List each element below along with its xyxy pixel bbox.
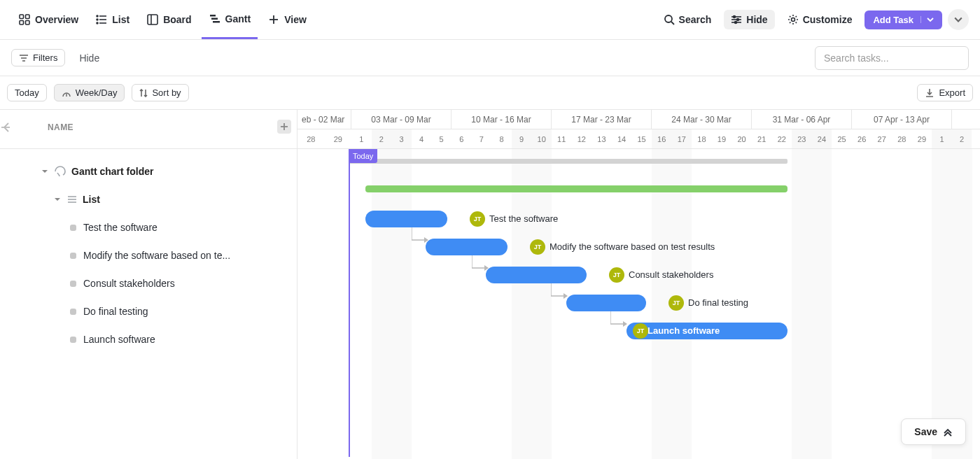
export-button[interactable]: Export bbox=[917, 84, 973, 101]
week-header-cell: 31 Mar - 06 Apr bbox=[752, 110, 852, 129]
day-header-cell: 1 bbox=[932, 129, 952, 148]
day-header-cell: 1 bbox=[351, 129, 372, 148]
day-header-cell: 28 bbox=[298, 129, 325, 148]
gantt-bar-label: Do final testing bbox=[688, 297, 748, 308]
search-icon bbox=[664, 14, 675, 25]
gantt-bar-label: Consult stakeholders bbox=[629, 269, 713, 280]
gantt-bar-label: Modify the software based on test result… bbox=[550, 241, 715, 252]
status-dot-icon bbox=[70, 309, 76, 315]
svg-rect-0 bbox=[20, 15, 24, 19]
day-header-cell: 3 bbox=[972, 129, 980, 148]
day-header-cell: 7 bbox=[472, 129, 492, 148]
gantt-timeline[interactable]: eb - 02 Mar03 Mar - 09 Mar10 Mar - 16 Ma… bbox=[298, 110, 980, 459]
assignee-avatar[interactable]: JT bbox=[609, 267, 624, 283]
today-marker: Today bbox=[349, 149, 377, 163]
hide-button[interactable]: Hide bbox=[724, 10, 774, 29]
caret-down-icon[interactable] bbox=[55, 196, 62, 203]
filters-label: Filters bbox=[33, 52, 57, 63]
customize-button[interactable]: Customize bbox=[780, 10, 860, 29]
gantt-bar[interactable] bbox=[365, 211, 447, 227]
day-header-cell: 2 bbox=[372, 129, 392, 148]
day-header-cell: 4 bbox=[412, 129, 432, 148]
add-task-button[interactable]: Add Task bbox=[864, 10, 942, 29]
day-header-cell: 11 bbox=[552, 129, 572, 148]
tab-list-label: List bbox=[112, 14, 130, 25]
task-row[interactable]: Do final testing bbox=[0, 297, 297, 325]
assignee-avatar[interactable]: JT bbox=[470, 211, 485, 227]
day-header-cell: 3 bbox=[391, 129, 412, 148]
task-row[interactable]: Modify the software based on te... bbox=[0, 241, 297, 269]
today-button[interactable]: Today bbox=[7, 84, 47, 101]
collapse-panel-icon[interactable] bbox=[0, 121, 13, 134]
download-icon bbox=[925, 88, 934, 98]
hide-label: Hide bbox=[746, 14, 767, 25]
today-line bbox=[349, 149, 350, 457]
chevron-down-icon bbox=[954, 15, 962, 24]
day-header-cell: 17 bbox=[672, 129, 692, 148]
tab-list[interactable]: List bbox=[88, 0, 136, 39]
list-label: List bbox=[83, 194, 100, 205]
search-button[interactable]: Search bbox=[657, 10, 719, 29]
status-dot-icon bbox=[70, 225, 76, 231]
tab-gantt[interactable]: Gantt bbox=[202, 0, 258, 39]
list-lines-icon bbox=[66, 193, 78, 206]
day-header-cell: 22 bbox=[771, 129, 792, 148]
list-row[interactable]: List bbox=[0, 185, 297, 213]
chevron-down-icon[interactable] bbox=[920, 16, 934, 23]
save-button[interactable]: Save bbox=[901, 418, 966, 445]
assignee-avatar[interactable]: JT bbox=[668, 295, 684, 311]
task-row[interactable]: Test the software bbox=[0, 213, 297, 241]
folder-label: Gantt chart folder bbox=[71, 166, 153, 177]
day-header-cell: 10 bbox=[531, 129, 552, 148]
task-label: Test the software bbox=[83, 222, 158, 233]
svg-point-24 bbox=[735, 22, 737, 24]
folder-summary-bar[interactable] bbox=[349, 159, 788, 164]
folder-row[interactable]: Gantt chart folder bbox=[0, 157, 297, 185]
folder-icon bbox=[53, 164, 67, 178]
gear-icon bbox=[788, 14, 799, 25]
search-input[interactable] bbox=[815, 46, 969, 70]
day-header-cell: 20 bbox=[732, 129, 752, 148]
gantt-bar[interactable]: Launch software bbox=[626, 323, 788, 339]
svg-point-6 bbox=[97, 19, 98, 20]
tab-board[interactable]: Board bbox=[139, 0, 198, 39]
task-label: Modify the software based on te... bbox=[83, 250, 230, 261]
svg-point-22 bbox=[734, 16, 736, 18]
tab-overview[interactable]: Overview bbox=[11, 0, 85, 39]
day-header-cell: 27 bbox=[872, 129, 892, 148]
list-icon bbox=[95, 13, 108, 26]
day-header-cell: 21 bbox=[752, 129, 772, 148]
gantt-bar[interactable] bbox=[566, 295, 646, 311]
gantt-bar[interactable] bbox=[426, 239, 507, 255]
day-header-cell: 16 bbox=[652, 129, 672, 148]
export-label: Export bbox=[939, 87, 965, 98]
gantt-bar[interactable] bbox=[486, 267, 587, 283]
hide-panel-button[interactable]: Hide bbox=[79, 52, 99, 64]
day-header-cell: 23 bbox=[792, 129, 812, 148]
sort-button[interactable]: Sort by bbox=[132, 84, 188, 101]
gantt-icon bbox=[209, 13, 221, 25]
filters-button[interactable]: Filters bbox=[11, 49, 65, 66]
week-header-cell: 24 Mar - 30 Mar bbox=[652, 110, 752, 129]
svg-point-8 bbox=[97, 22, 98, 24]
add-column-button[interactable] bbox=[277, 120, 291, 134]
day-header-cell: 9 bbox=[512, 129, 532, 148]
task-row[interactable]: Launch software bbox=[0, 325, 297, 353]
svg-point-23 bbox=[737, 19, 739, 21]
svg-point-17 bbox=[665, 15, 672, 22]
name-col-header: NAME bbox=[48, 122, 74, 132]
sort-icon bbox=[139, 89, 148, 97]
svg-point-4 bbox=[97, 15, 98, 17]
more-menu[interactable] bbox=[948, 9, 969, 30]
list-summary-bar[interactable] bbox=[365, 185, 788, 192]
tab-add-view[interactable]: View bbox=[260, 0, 314, 39]
day-header-cell: 6 bbox=[451, 129, 472, 148]
svg-rect-12 bbox=[210, 15, 216, 17]
day-header-cell: 24 bbox=[812, 129, 832, 148]
assignee-avatar[interactable]: JT bbox=[530, 239, 545, 255]
assignee-avatar[interactable]: JT bbox=[633, 323, 648, 339]
caret-down-icon[interactable] bbox=[42, 168, 49, 175]
task-row[interactable]: Consult stakeholders bbox=[0, 269, 297, 297]
day-header-cell: 19 bbox=[712, 129, 732, 148]
zoom-button[interactable]: Week/Day bbox=[54, 84, 125, 101]
